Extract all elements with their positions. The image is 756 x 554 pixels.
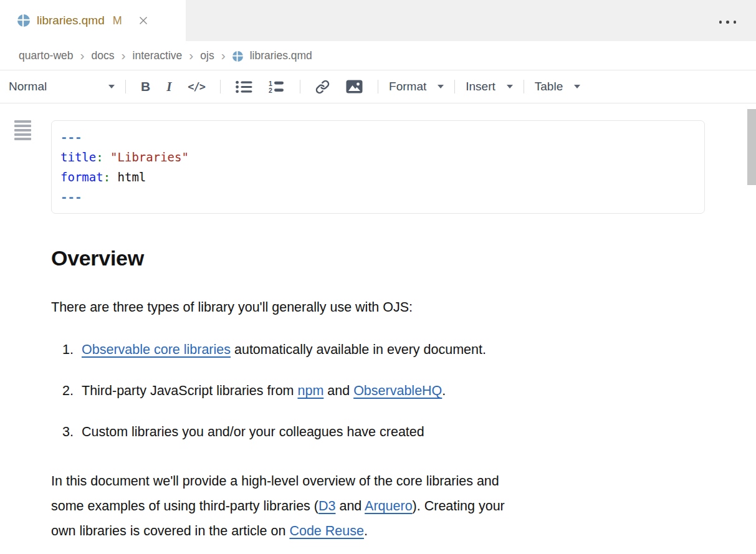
- list-item-text: Observable core libraries automatically …: [82, 341, 486, 358]
- svg-text:1: 1: [269, 80, 272, 87]
- toolbar-separator: [220, 80, 221, 93]
- intro-paragraph: There are three types of library you'll …: [51, 298, 705, 316]
- breadcrumb-item-docs[interactable]: docs: [92, 49, 115, 62]
- code-button[interactable]: </>: [179, 75, 213, 98]
- list-item-text: Third-party JavaScript libraries from np…: [82, 382, 446, 399]
- numbered-list-icon: 1 2: [269, 80, 285, 93]
- chevron-right-icon: ›: [221, 49, 226, 62]
- svg-text:2: 2: [269, 87, 272, 93]
- doc-link[interactable]: Arquero: [365, 499, 413, 513]
- yaml-front-matter-block[interactable]: --- title: "Libraries" format: html ---: [51, 120, 705, 214]
- bulleted-list-button[interactable]: [227, 75, 261, 98]
- list-item-number: 1.: [62, 341, 82, 358]
- chevron-right-icon: ›: [189, 49, 193, 62]
- toolbar-separator: [300, 80, 300, 93]
- close-icon[interactable]: [136, 14, 150, 27]
- paragraph-style-value: Normal: [9, 80, 47, 93]
- toolbar-separator: [125, 80, 126, 93]
- quarto-icon: [17, 14, 30, 27]
- doc-link[interactable]: D3: [318, 499, 335, 513]
- link-icon: [315, 80, 330, 94]
- chevron-down-icon: [108, 85, 115, 88]
- doc-link[interactable]: Observable core libraries: [82, 342, 231, 357]
- list-item-number: 2.: [62, 382, 82, 399]
- yaml-line: ---: [60, 187, 696, 207]
- breadcrumb: quarto-web › docs › interactive › ojs › …: [0, 41, 756, 70]
- more-actions-icon[interactable]: [717, 18, 739, 26]
- list-item-number: 3.: [62, 423, 82, 441]
- toolbar-separator: [378, 80, 378, 93]
- format-menu[interactable]: Format: [385, 80, 447, 93]
- insert-menu[interactable]: Insert: [462, 80, 517, 93]
- list-item: 1.Observable core libraries automaticall…: [62, 341, 705, 358]
- tab-bar: libraries.qmd M: [0, 0, 756, 41]
- toolbar-separator: [454, 80, 455, 93]
- breadcrumb-item-ojs[interactable]: ojs: [200, 49, 214, 62]
- heading-overview: Overview: [51, 246, 705, 270]
- list-item: 2.Third-party JavaScript libraries from …: [62, 382, 705, 399]
- bulleted-list-icon: [236, 80, 252, 93]
- image-button[interactable]: [338, 75, 371, 98]
- toolbar-separator: [524, 80, 524, 93]
- outro-paragraph: In this document we'll provide a high-le…: [51, 469, 705, 543]
- list-item-text: Custom libraries you and/or your colleag…: [82, 423, 424, 441]
- doc-link[interactable]: Code Reuse: [289, 523, 364, 538]
- drag-handle-icon[interactable]: [14, 120, 31, 142]
- quarto-visual-editor: libraries.qmd M quarto-web › docs › inte…: [0, 0, 756, 554]
- breadcrumb-item-interactive[interactable]: interactive: [133, 49, 183, 62]
- doc-link[interactable]: ObservableHQ: [353, 383, 442, 398]
- chevron-down-icon: [574, 85, 580, 88]
- yaml-line: format: html: [60, 167, 696, 187]
- tab-libraries-qmd[interactable]: libraries.qmd M: [0, 0, 186, 41]
- chevron-down-icon: [507, 85, 513, 88]
- bold-button[interactable]: B: [133, 75, 158, 98]
- yaml-line: title: "Libraries": [60, 147, 696, 167]
- formatting-toolbar: Normal B I </> 1 2: [0, 70, 756, 103]
- doc-link[interactable]: npm: [297, 383, 323, 398]
- breadcrumb-item-quarto-web[interactable]: quarto-web: [19, 49, 74, 62]
- breadcrumb-item-libraries-qmd[interactable]: libraries.qmd: [250, 49, 312, 62]
- italic-button[interactable]: I: [158, 75, 179, 98]
- tab-title: libraries.qmd: [37, 14, 105, 27]
- image-icon: [346, 80, 363, 93]
- table-menu[interactable]: Table: [531, 80, 584, 93]
- format-menu-label: Format: [389, 80, 426, 93]
- document-editor[interactable]: --- title: "Libraries" format: html --- …: [0, 103, 756, 553]
- table-menu-label: Table: [535, 80, 563, 93]
- library-types-list: 1.Observable core libraries automaticall…: [62, 341, 705, 441]
- modified-badge: M: [113, 14, 122, 27]
- scrollbar-thumb[interactable]: [747, 109, 756, 185]
- numbered-list-button[interactable]: 1 2: [261, 75, 293, 98]
- list-item: 3.Custom libraries you and/or your colle…: [62, 423, 705, 441]
- chevron-right-icon: ›: [122, 49, 126, 62]
- chevron-right-icon: ›: [80, 49, 85, 62]
- insert-menu-label: Insert: [466, 80, 495, 93]
- link-button[interactable]: [307, 75, 338, 98]
- yaml-line: ---: [60, 127, 696, 147]
- chevron-down-icon: [438, 85, 444, 88]
- paragraph-style-dropdown[interactable]: Normal: [9, 80, 118, 93]
- quarto-icon: [232, 51, 243, 62]
